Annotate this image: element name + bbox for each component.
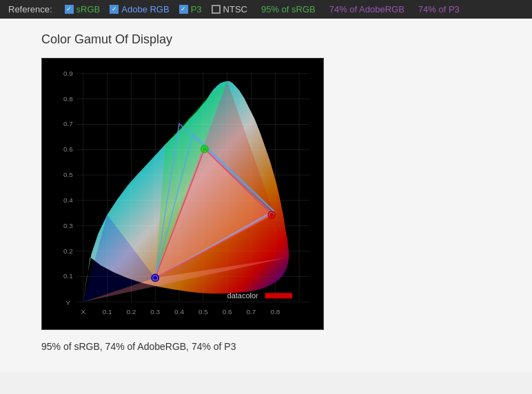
svg-text:0.5: 0.5 [198,308,208,315]
ref-item-p3: P3 [179,4,202,14]
svg-point-47 [269,213,274,217]
ref-item-adobe: Adobe RGB [110,4,169,14]
stat-p3: 74% of P3 [418,4,460,14]
svg-text:0.6: 0.6 [223,308,232,315]
svg-text:0.6: 0.6 [63,145,73,153]
checkbox-adobe[interactable] [110,5,119,14]
svg-text:Y: Y [66,299,71,307]
svg-text:0.7: 0.7 [63,120,73,127]
svg-text:0.1: 0.1 [103,308,112,315]
ref-item-srgb: sRGB [65,4,101,14]
svg-text:0.7: 0.7 [247,308,256,315]
svg-text:0.4: 0.4 [63,196,73,204]
ref-item-ntsc: NTSC [212,4,247,14]
checkbox-p3[interactable] [179,5,188,14]
stat-srgb: 95% of sRGB [261,4,316,14]
reference-label: Reference: [8,4,52,14]
section-title: Color Gamut Of Display [41,32,491,47]
svg-text:0.3: 0.3 [63,222,73,229]
svg-point-45 [203,147,207,151]
svg-text:0.8: 0.8 [63,95,73,103]
color-gamut-chart: 0.9 0.8 0.7 0.6 0.5 0.4 0.3 0.2 0.1 Y X … [41,58,324,330]
ref-label-ntsc: NTSC [223,4,247,14]
svg-text:0.2: 0.2 [126,308,136,315]
svg-text:0.2: 0.2 [63,247,73,255]
svg-text:0.9: 0.9 [63,70,73,77]
svg-text:0.5: 0.5 [63,171,73,178]
main-content: Color Gamut Of Display [0,19,532,373]
header-bar: Reference: sRGB Adobe RGB P3 NTSC 95% of… [0,0,532,19]
stat-adobe: 74% of AdobeRGB [329,4,405,14]
ref-label-p3: P3 [191,4,202,14]
svg-text:0.8: 0.8 [270,308,280,315]
svg-rect-51 [265,293,292,298]
svg-point-49 [153,276,157,280]
svg-text:0.1: 0.1 [63,272,73,280]
checkbox-ntsc[interactable] [212,5,221,14]
summary-text: 95% of sRGB, 74% of AdobeRGB, 74% of P3 [41,341,491,352]
checkbox-srgb[interactable] [65,5,74,14]
svg-text:X: X [81,308,85,315]
ref-label-adobe: Adobe RGB [121,4,169,14]
svg-text:datacolor: datacolor [227,291,258,300]
svg-text:0.3: 0.3 [150,308,160,315]
ref-label-srgb: sRGB [76,4,101,14]
svg-text:0.4: 0.4 [174,308,184,315]
